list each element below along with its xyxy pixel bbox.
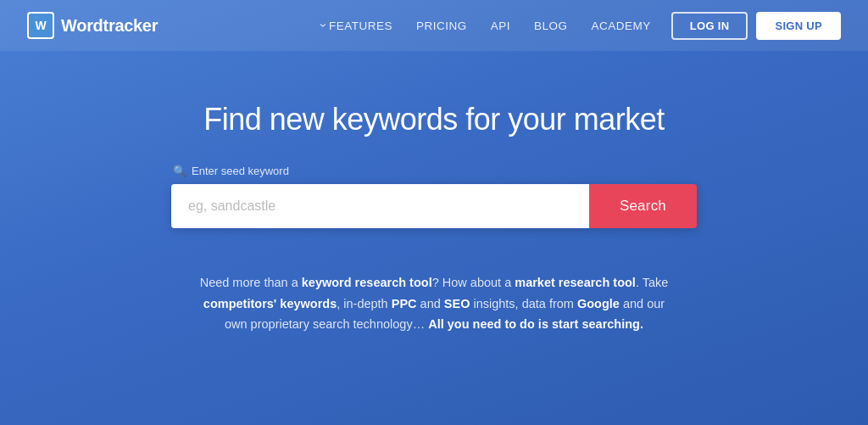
search-label-icon: 🔍: [173, 165, 186, 177]
signup-button[interactable]: SIGN UP: [756, 12, 841, 40]
nav-features[interactable]: FEATURES: [321, 19, 392, 32]
bold-cta: All you need to do is start searching.: [428, 317, 643, 331]
search-row: Search: [171, 184, 697, 228]
nav-links: FEATURES PRICING API BLOG ACADEMY: [321, 19, 651, 32]
nav-blog[interactable]: BLOG: [534, 20, 568, 32]
bold-keyword-tool: keyword research tool: [302, 276, 432, 289]
footer-text-line1: Need more than a keyword research tool? …: [200, 276, 669, 289]
search-input[interactable]: [171, 184, 589, 228]
bold-seo: SEO: [444, 297, 470, 310]
brand-name: Wordtracker: [61, 16, 158, 36]
bold-ppc: PPC: [392, 297, 417, 310]
logo-letter: W: [35, 19, 46, 32]
bold-competitors: competitors' keywords: [203, 297, 337, 310]
search-area: 🔍 Enter seed keyword Search: [171, 165, 697, 228]
search-label-text: Enter seed keyword: [192, 165, 289, 177]
nav-api[interactable]: API: [491, 20, 510, 32]
search-label-row: 🔍 Enter seed keyword: [173, 165, 697, 177]
logo-area: W Wordtracker: [27, 12, 158, 39]
navbar: W Wordtracker FEATURES PRICING API BLOG …: [0, 0, 868, 51]
logo-icon: W: [27, 12, 54, 39]
nav-pricing[interactable]: PRICING: [416, 20, 467, 32]
hero-title: Find new keywords for your market: [203, 102, 665, 137]
search-button[interactable]: Search: [589, 184, 697, 228]
bold-google: Google: [577, 297, 620, 310]
footer-text-line3: own proprietary search technology… All y…: [225, 317, 643, 331]
bold-market-tool: market research tool: [515, 276, 636, 289]
nav-academy[interactable]: ACADEMY: [592, 20, 651, 32]
footer-description: Need more than a keyword research tool? …: [183, 272, 686, 335]
nav-buttons: LOG IN SIGN UP: [671, 12, 841, 40]
footer-text-line2: competitors' keywords, in-depth PPC and …: [203, 297, 665, 310]
login-button[interactable]: LOG IN: [671, 12, 748, 40]
hero-section: Find new keywords for your market 🔍 Ente…: [0, 51, 868, 335]
